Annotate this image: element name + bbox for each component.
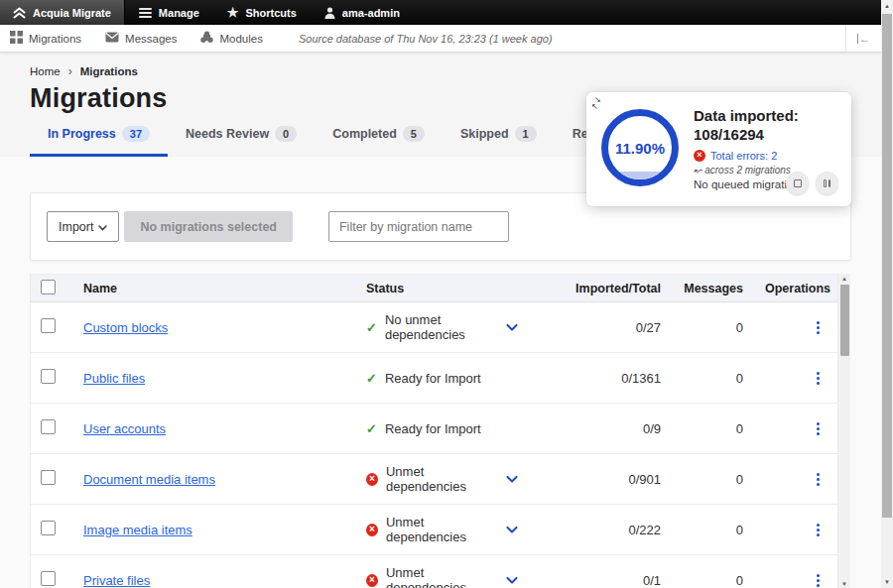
table-row: Document media items × Unmet dependencie… <box>31 454 837 505</box>
left-arrow-icon: ← <box>859 33 870 45</box>
pause-icon <box>824 179 830 187</box>
progress-percent: 11.90% <box>615 140 665 157</box>
migration-name-link[interactable]: Document media items <box>83 472 215 487</box>
messages-count: 0 <box>661 472 743 487</box>
shortcuts-label: Shortcuts <box>245 7 296 19</box>
error-icon: × <box>694 150 705 162</box>
admin-topbar: Acquia Migrate Manage ★ Shortcuts ama-ad… <box>0 0 881 25</box>
scroll-up-icon[interactable]: ▲ <box>838 276 850 282</box>
import-progress-panel: ↘ ↖ 11.90% Data imported: 108/16294 × To… <box>586 92 851 206</box>
import-label: Import <box>59 220 93 234</box>
imported-total-value: 0/901 <box>532 472 661 487</box>
migrations-table-area: Name Status Imported/Total Messages Oper… <box>30 274 850 588</box>
status-expand-chevron-icon[interactable] <box>506 577 518 584</box>
migration-name-link[interactable]: Public files <box>83 371 145 386</box>
status-expand-chevron-icon[interactable] <box>506 527 518 533</box>
toolbar-item-modules[interactable]: Modules <box>189 31 274 46</box>
migration-filter-input[interactable] <box>328 211 509 242</box>
messages-count: 0 <box>661 523 743 537</box>
source-database-note: Source database of Thu Nov 16, 23:23 (1 … <box>299 33 553 45</box>
error-icon: × <box>366 574 378 587</box>
status-label: Ready for Import <box>385 371 481 386</box>
row-checkbox[interactable] <box>41 470 56 485</box>
operations-menu-button[interactable] <box>813 570 824 588</box>
chevron-right-icon: › <box>68 64 72 78</box>
wave-arrow-icon: ↜ <box>694 165 702 176</box>
select-all-checkbox[interactable] <box>41 280 56 294</box>
tab-in-progress[interactable]: In Progress 37 <box>30 126 168 157</box>
topbar-shortcuts[interactable]: ★ Shortcuts <box>213 0 311 25</box>
page-scroll-down-icon[interactable]: ▼ <box>881 579 893 585</box>
breadcrumb-home-link[interactable]: Home <box>30 65 61 77</box>
topbar-user[interactable]: ama-admin <box>311 0 414 25</box>
table-scrollbar[interactable]: ▲ ▼ <box>838 274 850 588</box>
messages-count: 0 <box>661 421 743 436</box>
status-expand-chevron-icon[interactable] <box>506 476 518 483</box>
status-expand-chevron-icon[interactable] <box>506 324 518 331</box>
operations-menu-button[interactable] <box>813 469 824 490</box>
modules-icon <box>200 31 213 46</box>
resize-handle-icon[interactable]: ↘ ↖ <box>591 96 605 112</box>
row-checkbox[interactable] <box>41 318 56 333</box>
table-row: Private files × Unmet dependencies 0/1 0 <box>31 555 837 588</box>
tab-label: Completed <box>332 127 397 141</box>
operations-menu-button[interactable] <box>813 368 824 389</box>
migrations-table-body: Custom blocks ✓ No unmet dependencies 0/… <box>31 302 837 588</box>
tab-count-badge: 1 <box>515 126 537 142</box>
migration-name-link[interactable]: Private files <box>83 573 150 588</box>
tab-completed[interactable]: Completed 5 <box>315 126 443 157</box>
acquia-migrate-brand[interactable]: Acquia Migrate <box>0 0 125 25</box>
messages-count: 0 <box>661 573 743 588</box>
pause-import-button[interactable] <box>816 172 838 194</box>
toolbar-item-messages[interactable]: Messages <box>93 32 189 45</box>
check-icon: ✓ <box>366 421 377 436</box>
migration-name-link[interactable]: Image media items <box>83 523 192 537</box>
tab-label: Skipped <box>460 127 509 141</box>
table-scrollbar-thumb[interactable] <box>840 285 849 356</box>
page-scrollbar-thumb[interactable] <box>882 14 892 518</box>
header-name: Name <box>72 282 366 295</box>
tab-needs-review[interactable]: Needs Review 0 <box>168 126 315 157</box>
tab-count-badge: 37 <box>122 126 150 142</box>
status-label: No unmet dependencies <box>385 312 498 342</box>
progress-ring-wrap: 11.90% <box>601 109 679 196</box>
progress-ring: 11.90% <box>601 109 679 186</box>
migration-name-link[interactable]: User accounts <box>83 421 166 436</box>
imported-total-value: 0/1 <box>532 573 661 588</box>
status-label: Unmet dependencies <box>386 565 498 588</box>
row-checkbox[interactable] <box>41 521 56 535</box>
topbar-manage[interactable]: Manage <box>125 0 213 25</box>
total-errors-link[interactable]: Total errors: 2 <box>710 150 777 162</box>
status-label: Unmet dependencies <box>386 515 498 544</box>
table-row: User accounts ✓ Ready for Import 0/9 0 <box>31 404 837 454</box>
hamburger-icon <box>139 8 152 18</box>
total-errors-line: × Total errors: 2 <box>694 150 837 162</box>
brand-label: Acquia Migrate <box>33 7 111 19</box>
page-scrollbar[interactable]: ▲ ▼ <box>881 0 893 588</box>
imported-total-value: 0/9 <box>532 421 661 436</box>
import-dropdown-button[interactable]: Import <box>47 211 119 242</box>
table-row: Public files ✓ Ready for Import 0/1361 0 <box>31 353 837 404</box>
operations-menu-button[interactable] <box>813 317 824 338</box>
header-operations: Operations <box>743 282 837 295</box>
no-migrations-selected-button: No migrations selected <box>124 211 293 242</box>
operations-menu-button[interactable] <box>813 520 824 540</box>
stop-import-button[interactable] <box>786 172 809 194</box>
toolbar-item-migrations[interactable]: Migrations <box>0 31 93 46</box>
collapse-bar-icon <box>857 34 858 44</box>
toolbar-collapse-button[interactable]: ← <box>845 25 881 52</box>
username-label: ama-admin <box>342 7 400 19</box>
progress-ring-fill <box>608 172 672 179</box>
scroll-down-icon[interactable]: ▼ <box>838 581 850 587</box>
operations-menu-button[interactable] <box>813 418 824 439</box>
envelope-icon <box>105 32 119 45</box>
row-checkbox[interactable] <box>41 369 56 384</box>
messages-label: Messages <box>125 33 177 45</box>
row-checkbox[interactable] <box>41 419 56 434</box>
page-scroll-up-icon[interactable]: ▲ <box>881 3 893 9</box>
double-chevron-up-icon <box>13 7 26 19</box>
migration-name-link[interactable]: Custom blocks <box>83 320 168 335</box>
row-checkbox[interactable] <box>41 571 56 586</box>
tab-skipped[interactable]: Skipped 1 <box>443 126 555 157</box>
tab-count-badge: 5 <box>403 126 425 142</box>
